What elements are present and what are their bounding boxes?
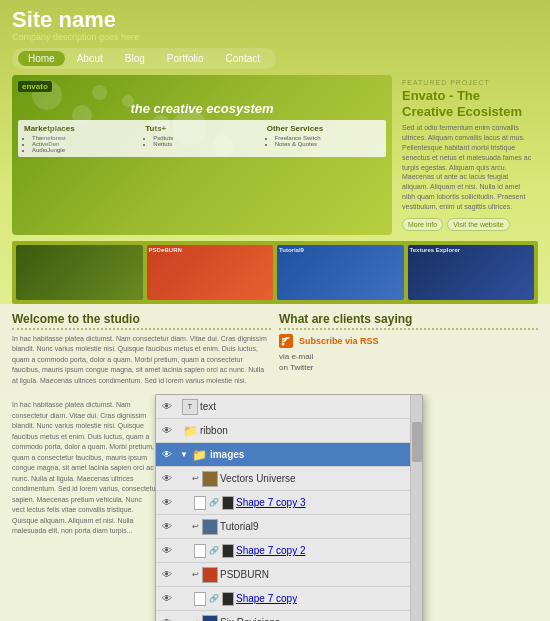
visibility-icon-shape7c[interactable]: 👁: [158, 590, 176, 608]
clients-column: What are clients saying Subscribe via RS…: [279, 312, 538, 387]
folder-icon-ribbon: 📁: [182, 423, 198, 439]
arrow-tutorial9: ↩: [192, 522, 199, 531]
visibility-icon-sixrevisions[interactable]: 👁: [158, 614, 176, 621]
sub-preview-label-4: Textures Explorer: [410, 247, 461, 253]
arrow-vectors: ↩: [192, 474, 199, 483]
thumb-psdburn: [202, 567, 218, 583]
layer-name-psdburn: PSDBURN: [220, 569, 269, 580]
bubble-8: [212, 135, 234, 157]
thumb-sixrevisions: [202, 615, 218, 621]
layer-row-shape7c[interactable]: 👁 🔗 Shape 7 copy: [156, 587, 422, 611]
folder-arrow-images: ▼: [180, 450, 188, 459]
thumb-vectors: [202, 471, 218, 487]
website-preview-section: Site name Company description goes here …: [0, 0, 550, 304]
welcome-section: Welcome to the studio In hac habitasse p…: [0, 304, 550, 395]
layer-row-sixrevisions[interactable]: 👁 ↩ Six Revisions: [156, 611, 422, 621]
thumb-text: T: [182, 399, 198, 415]
layer-name-shape7c: Shape 7 copy: [236, 593, 297, 604]
clients-heading: What are clients saying: [279, 312, 538, 330]
layer-name-shape7c3: Shape 7 copy 3: [236, 497, 306, 508]
sub-preview-label-2: PSD●BURN: [149, 247, 182, 253]
sub-previews-row: PSD●BURN Tutorial9 Textures Explorer: [12, 241, 538, 304]
folder-icon-images: 📁: [192, 447, 208, 463]
layers-scrollbar[interactable]: [410, 395, 422, 621]
thumb-tutorial9: [202, 519, 218, 535]
layer-row-psdburn[interactable]: 👁 ↩ PSDBURN: [156, 563, 422, 587]
visit-website-button[interactable]: Visit the website: [447, 218, 509, 231]
bubble-6: [152, 115, 170, 133]
bubbles-decoration: [12, 75, 392, 234]
subscribe-email[interactable]: via e-mail: [279, 352, 538, 361]
thumb-shape7c3-white: [194, 496, 206, 510]
nav-blog[interactable]: Blog: [115, 51, 155, 66]
layer-name-shape7c2: Shape 7 copy 2: [236, 545, 306, 556]
featured-label: FEATURED PROJECT: [402, 79, 534, 86]
visibility-icon-vectors[interactable]: 👁: [158, 470, 176, 488]
subscribe-twitter[interactable]: on Twitter: [279, 363, 538, 372]
link-icon-shape7c3: 🔗: [209, 498, 219, 507]
site-header: Site name Company description goes here: [12, 8, 538, 42]
visibility-icon-tutorial9[interactable]: 👁: [158, 518, 176, 536]
sub-preview-1[interactable]: [16, 245, 143, 300]
content-area: In hac habitasse platea dictumst. Namcon…: [0, 394, 550, 621]
nav-home[interactable]: Home: [18, 51, 65, 66]
layer-row-ribbon[interactable]: 👁 📁 ribbon: [156, 419, 422, 443]
welcome-column: Welcome to the studio In hac habitasse p…: [12, 312, 271, 387]
welcome-text: In hac habitasse platea dictumst. Nam co…: [12, 334, 271, 387]
link-icon-shape7c: 🔗: [209, 594, 219, 603]
bubble-7: [172, 110, 207, 145]
featured-description: Sed ut odio fermentum enim convallis ult…: [402, 123, 534, 211]
envato-logo: envato: [18, 81, 52, 92]
sub-preview-2[interactable]: PSD●BURN: [147, 245, 274, 300]
visibility-icon-shape7c2[interactable]: 👁: [158, 542, 176, 560]
layer-row-text[interactable]: 👁 T text: [156, 395, 422, 419]
layer-row-tutorial9[interactable]: 👁 ↩ Tutorial9: [156, 515, 422, 539]
rss-icon: [279, 334, 293, 348]
thumb-shape7c2-dark: [222, 544, 234, 558]
layer-name-tutorial9: Tutorial9: [220, 521, 259, 532]
nav-about[interactable]: About: [67, 51, 113, 66]
page-wrapper: Site name Company description goes here …: [0, 0, 550, 621]
layer-name-sixrevisions: Six Revisions: [220, 617, 280, 621]
more-info-button[interactable]: More info: [402, 218, 443, 231]
thumb-shape7c-dark: [222, 592, 234, 606]
visibility-icon-images[interactable]: 👁: [158, 446, 176, 464]
bubble-3: [92, 85, 107, 100]
visibility-icon-shape7c3[interactable]: 👁: [158, 494, 176, 512]
sub-preview-label-3: Tutorial9: [279, 247, 304, 253]
visibility-icon-ribbon[interactable]: 👁: [158, 422, 176, 440]
layer-row-shape7c3[interactable]: 👁 🔗 Shape 7 copy 3: [156, 491, 422, 515]
hero-area: envato the creative ecosystem Marketplac…: [12, 75, 392, 234]
layer-name-ribbon: ribbon: [200, 425, 228, 436]
site-name: Site name: [12, 8, 538, 32]
thumb-shape7c3-dark: [222, 496, 234, 510]
layer-name-vectors: Vectors Universe: [220, 473, 296, 484]
link-icon-shape7c2: 🔗: [209, 546, 219, 555]
bubble-5: [122, 95, 134, 107]
layer-row-shape7c2[interactable]: 👁 🔗 Shape 7 copy 2: [156, 539, 422, 563]
subscribe-row: Subscribe via RSS: [279, 334, 538, 348]
visibility-icon-psdburn[interactable]: 👁: [158, 566, 176, 584]
welcome-heading: Welcome to the studio: [12, 312, 271, 330]
bubble-2: [72, 105, 92, 125]
nav-portfolio[interactable]: Portfolio: [157, 51, 214, 66]
sub-preview-4[interactable]: Textures Explorer: [408, 245, 535, 300]
arrow-psdburn: ↩: [192, 570, 199, 579]
thumb-shape7c-white: [194, 592, 206, 606]
layers-panel: 👁 T text 👁 📁 ribbon 👁 ▼ 📁 images: [155, 394, 423, 621]
subscribe-rss[interactable]: Subscribe via RSS: [299, 336, 379, 346]
layer-row-vectors[interactable]: 👁 ↩ Vectors Universe: [156, 467, 422, 491]
layer-name-text: text: [200, 401, 216, 412]
scrollbar-thumb: [412, 422, 422, 462]
layer-row-images[interactable]: 👁 ▼ 📁 images: [156, 443, 422, 467]
sub-preview-3[interactable]: Tutorial9: [277, 245, 404, 300]
svg-point-0: [282, 342, 285, 345]
thumb-shape7c2-white: [194, 544, 206, 558]
visibility-icon-text[interactable]: 👁: [158, 398, 176, 416]
nav-bar: Home About Blog Portfolio Contact: [12, 48, 276, 69]
featured-project: FEATURED PROJECT Envato - The Creative E…: [398, 75, 538, 234]
nav-contact[interactable]: Contact: [216, 51, 270, 66]
site-description: Company description goes here: [12, 32, 538, 42]
bubble-4: [42, 125, 67, 150]
featured-buttons: More info Visit the website: [402, 218, 534, 231]
